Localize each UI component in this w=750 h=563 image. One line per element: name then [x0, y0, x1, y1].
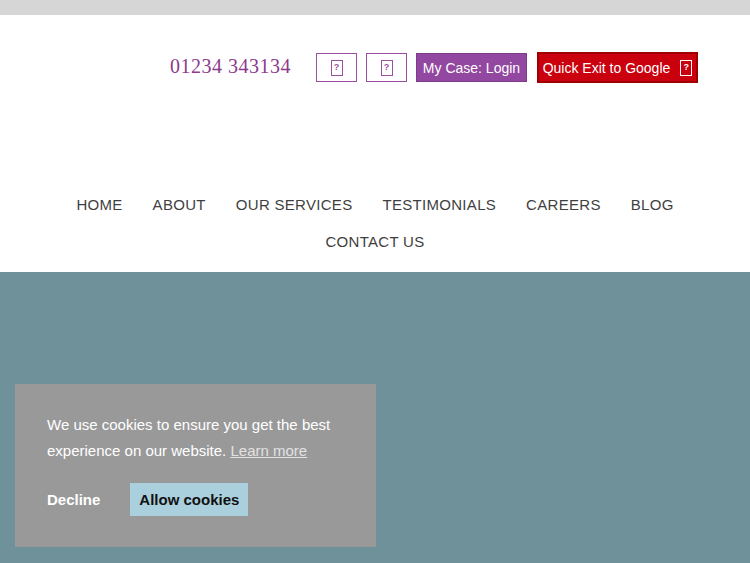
nav-item-about[interactable]: ABOUT	[153, 196, 206, 213]
social-button-1[interactable]: ?	[316, 53, 357, 82]
cookie-message-line2: experience on our website.	[47, 442, 226, 459]
learn-more-link[interactable]: Learn more	[230, 442, 307, 459]
nav-item-careers[interactable]: CAREERS	[526, 196, 601, 213]
nav-item-home[interactable]: HOME	[76, 196, 122, 213]
phone-number: 01234 343134	[170, 55, 291, 78]
cookie-message-line1: We use cookies to ensure you get the bes…	[47, 416, 330, 433]
allow-cookies-button[interactable]: Allow cookies	[130, 483, 248, 516]
missing-glyph-icon: ?	[381, 60, 393, 76]
my-case-login-label: My Case: Login	[423, 60, 520, 76]
decline-button[interactable]: Decline	[35, 483, 112, 516]
missing-glyph-icon: ?	[331, 60, 343, 76]
nav-item-contact-us[interactable]: CONTACT US	[325, 233, 424, 250]
nav-item-blog[interactable]: BLOG	[631, 196, 674, 213]
quick-exit-button[interactable]: Quick Exit to Google ?	[537, 52, 698, 83]
page: 01234 343134 ? ? My Case: Login Quick Ex…	[0, 0, 750, 563]
my-case-login-button[interactable]: My Case: Login	[416, 53, 527, 82]
nav-item-our-services[interactable]: OUR SERVICES	[236, 196, 353, 213]
cookie-message: We use cookies to ensure you get the bes…	[47, 412, 344, 464]
social-button-2[interactable]: ?	[366, 53, 407, 82]
missing-glyph-icon: ?	[680, 60, 692, 76]
cookie-consent-banner: We use cookies to ensure you get the bes…	[15, 384, 376, 547]
top-accent-bar	[0, 0, 750, 15]
nav-row-2: CONTACT US	[0, 233, 750, 250]
nav-row-1: HOME ABOUT OUR SERVICES TESTIMONIALS CAR…	[0, 196, 750, 213]
nav-item-testimonials[interactable]: TESTIMONIALS	[382, 196, 496, 213]
cookie-actions: Decline Allow cookies	[47, 483, 248, 516]
quick-exit-label: Quick Exit to Google	[543, 60, 671, 76]
main-navigation: HOME ABOUT OUR SERVICES TESTIMONIALS CAR…	[0, 196, 750, 250]
